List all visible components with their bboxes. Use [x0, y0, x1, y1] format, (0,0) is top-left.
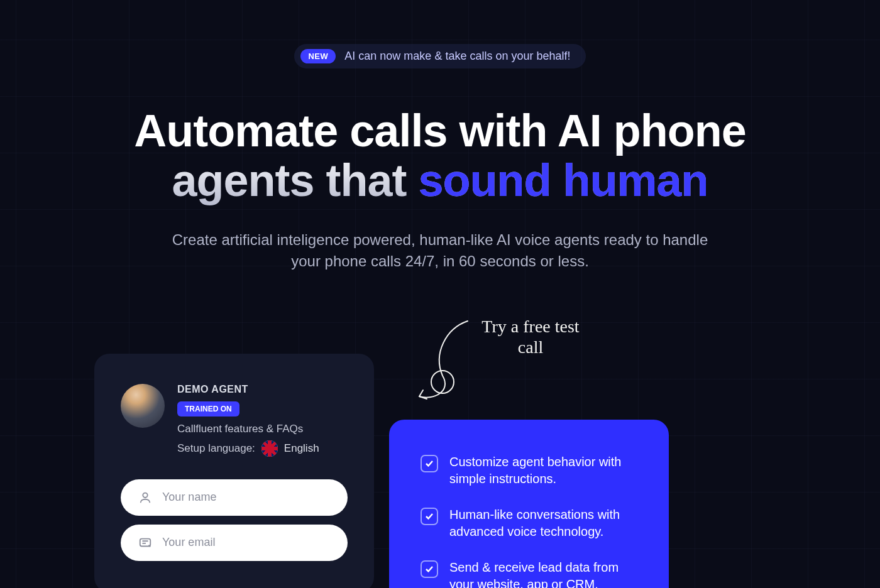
message-icon: [138, 536, 152, 550]
feature-row: Send & receive lead data from your websi…: [421, 559, 637, 588]
demo-agent-avatar: [121, 384, 165, 428]
uk-flag-icon: [261, 440, 278, 457]
check-icon: [421, 508, 438, 525]
features-card: Customize agent behavior with simple ins…: [389, 420, 669, 588]
trained-on-text: Callfluent features & FAQs: [177, 423, 348, 435]
announcement-pill[interactable]: NEW AI can now make & take calls on your…: [294, 44, 585, 68]
check-icon: [421, 560, 438, 578]
handdrawn-arrow-icon: [408, 316, 477, 410]
feature-row: Customize agent behavior with simple ins…: [421, 454, 637, 487]
hero-subtitle: Create artificial inteligence powered, h…: [170, 229, 710, 271]
email-input[interactable]: [162, 536, 330, 549]
demo-agent-label: DEMO AGENT: [177, 384, 348, 395]
trained-on-badge: TRAINED ON: [177, 401, 239, 416]
hero-title-accent: sound human: [419, 155, 708, 205]
feature-text: Send & receive lead data from your websi…: [449, 559, 637, 588]
try-free-call-label: Try a free test call: [474, 316, 587, 358]
user-icon: [138, 491, 152, 504]
announcement-text: AI can now make & take calls on your beh…: [344, 50, 570, 63]
setup-language-value: English: [284, 442, 319, 455]
demo-agent-card: DEMO AGENT TRAINED ON Callfluent feature…: [94, 354, 374, 588]
svg-point-0: [143, 493, 147, 497]
name-input-wrapper[interactable]: [121, 479, 348, 516]
name-input[interactable]: [162, 491, 330, 504]
feature-text: Customize agent behavior with simple ins…: [449, 454, 637, 487]
feature-row: Human-like conversations with advanced v…: [421, 506, 637, 540]
setup-language-label: Setup language:: [177, 442, 255, 455]
email-input-wrapper[interactable]: [121, 525, 348, 561]
new-badge: NEW: [300, 49, 336, 63]
hero-title: Automate calls with AI phone agents that…: [94, 106, 786, 205]
check-icon: [421, 455, 438, 472]
feature-text: Human-like conversations with advanced v…: [449, 506, 637, 540]
